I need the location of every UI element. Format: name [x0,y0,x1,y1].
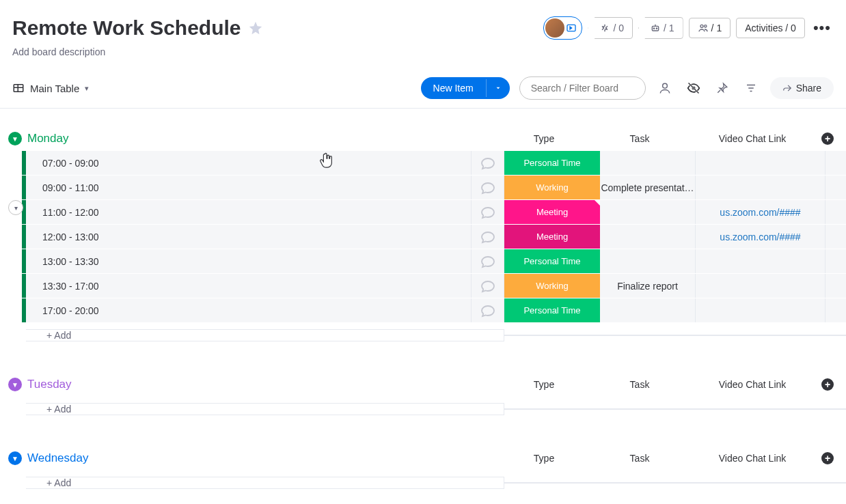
table-row[interactable]: 13:00 - 13:30Personal Time [4,249,846,274]
chevron-down-icon: ▾ [85,84,89,93]
row-chat-icon[interactable] [472,249,504,273]
add-item-input[interactable]: + Add [26,477,504,489]
column-header-type[interactable]: Type [496,453,592,464]
column-header-link[interactable]: Video Chat Link [687,379,817,390]
new-item-button[interactable]: New Item [421,77,510,99]
table-row[interactable]: 13:30 - 17:00WorkingFinalize report [4,274,846,298]
chevron-down-icon [495,85,502,92]
table-row[interactable]: 09:00 - 11:00WorkingComplete presentat… [4,176,846,200]
column-header-link[interactable]: Video Chat Link [687,453,817,464]
row-task-cell[interactable] [600,225,696,249]
board-description[interactable]: Add board description [0,44,846,71]
board-title[interactable]: Remote Work Schedule [12,16,241,40]
more-menu-icon[interactable]: ••• [810,16,834,40]
group-collapse-toggle[interactable]: ▼ [8,451,22,465]
row-link-cell[interactable]: us.zoom.com/#### [696,200,825,224]
row-time-cell[interactable]: 17:00 - 20:00 [26,298,472,322]
row-chat-icon[interactable] [472,176,504,199]
row-chat-icon[interactable] [472,298,504,322]
table-row[interactable]: 07:00 - 09:00Personal Time [4,151,846,176]
eye-hidden-icon[interactable] [684,79,703,98]
row-type-cell[interactable]: Working [504,176,600,199]
row-type-cell[interactable]: Working [504,274,600,298]
add-column-button[interactable]: + [817,452,838,464]
add-column-button[interactable]: + [817,132,838,145]
row-type-cell[interactable]: Meeting [504,200,600,224]
row-task-cell[interactable] [600,298,696,322]
group-collapse-toggle[interactable]: ▼ [8,132,22,145]
add-column-button[interactable]: + [817,378,838,391]
row-link-cell[interactable] [696,274,825,298]
expand-row-button[interactable]: ▾ [8,200,23,215]
column-header-task[interactable]: Task [592,133,687,144]
row-type-cell[interactable]: Meeting [504,225,600,249]
row-link-cell[interactable] [696,151,825,175]
pin-icon[interactable] [713,79,732,98]
row-link-cell[interactable] [696,298,825,322]
svg-point-3 [656,28,657,29]
row-task-cell[interactable]: Finalize report [600,274,696,298]
row-time-cell[interactable]: 11:00 - 12:00 [26,200,472,224]
svg-point-7 [662,83,667,88]
add-item-input[interactable]: + Add [26,329,504,341]
row-link-cell[interactable] [696,249,825,273]
integrations-button[interactable]: / 0 [588,17,633,39]
column-header-task[interactable]: Task [592,379,687,390]
group-title[interactable]: Monday [27,132,496,145]
table-icon [12,82,25,94]
row-type-cell[interactable]: Personal Time [504,249,600,273]
svg-point-2 [653,28,654,29]
row-type-cell[interactable]: Personal Time [504,298,600,322]
table-row[interactable]: 12:00 - 13:00Meetingus.zoom.com/#### [4,225,846,249]
row-task-cell[interactable] [600,151,696,175]
group-tuesday: ▼TuesdayTypeTaskVideo Chat Link++ Add [4,375,846,421]
share-arrow-icon [782,83,792,93]
members-button[interactable]: / 1 [689,18,731,38]
column-header-task[interactable]: Task [592,453,687,464]
row-link-cell[interactable]: us.zoom.com/#### [696,225,825,249]
group-monday: ▼MondayTypeTaskVideo Chat Link+07:00 - 0… [4,129,846,348]
board-header: Remote Work Schedule / 0 / 1 / 1 Activit… [0,0,846,44]
search-input[interactable] [519,76,646,100]
row-time-cell[interactable]: 09:00 - 11:00 [26,176,472,199]
table-row[interactable]: ▾11:00 - 12:00Meetingus.zoom.com/#### [4,200,846,225]
row-link-cell[interactable] [696,176,825,199]
board-toolbar: Main Table ▾ New Item Share [0,71,846,109]
group-title[interactable]: Tuesday [27,378,496,391]
svg-point-5 [704,25,706,27]
video-chat-link[interactable]: us.zoom.com/#### [720,207,800,218]
group-title[interactable]: Wednesday [27,451,496,465]
add-item-input[interactable]: + Add [26,403,504,415]
table-row[interactable]: 17:00 - 20:00Personal Time [4,298,846,323]
view-selector[interactable]: Main Table ▾ [12,82,89,94]
row-time-cell[interactable]: 07:00 - 09:00 [26,151,472,175]
person-filter-icon[interactable] [655,79,674,98]
owner-badge-icon [566,23,577,33]
new-item-dropdown[interactable] [486,79,510,97]
row-chat-icon[interactable] [472,225,504,249]
column-header-link[interactable]: Video Chat Link [687,133,817,144]
group-collapse-toggle[interactable]: ▼ [8,378,22,391]
avatar-icon [545,18,564,38]
group-wednesday: ▼WednesdayTypeTaskVideo Chat Link++ Add [4,449,846,495]
plug-icon [599,23,610,33]
row-time-cell[interactable]: 12:00 - 13:00 [26,225,472,249]
column-header-type[interactable]: Type [496,133,592,144]
row-task-cell[interactable] [600,200,696,224]
share-button[interactable]: Share [770,77,834,99]
row-chat-icon[interactable] [472,151,504,175]
column-header-type[interactable]: Type [496,379,592,390]
video-chat-link[interactable]: us.zoom.com/#### [720,232,800,242]
favorite-star-icon[interactable] [248,20,263,36]
row-time-cell[interactable]: 13:00 - 13:30 [26,249,472,273]
row-time-cell[interactable]: 13:30 - 17:00 [26,274,472,298]
automations-button[interactable]: / 1 [638,17,683,39]
board-owner-avatar[interactable] [543,16,582,40]
activities-button[interactable]: Activities / 0 [736,18,805,38]
row-chat-icon[interactable] [472,200,504,224]
row-type-cell[interactable]: Personal Time [504,151,600,175]
filter-icon[interactable] [741,79,761,98]
row-task-cell[interactable] [600,249,696,273]
row-task-cell[interactable]: Complete presentat… [600,176,696,199]
row-chat-icon[interactable] [472,274,504,298]
